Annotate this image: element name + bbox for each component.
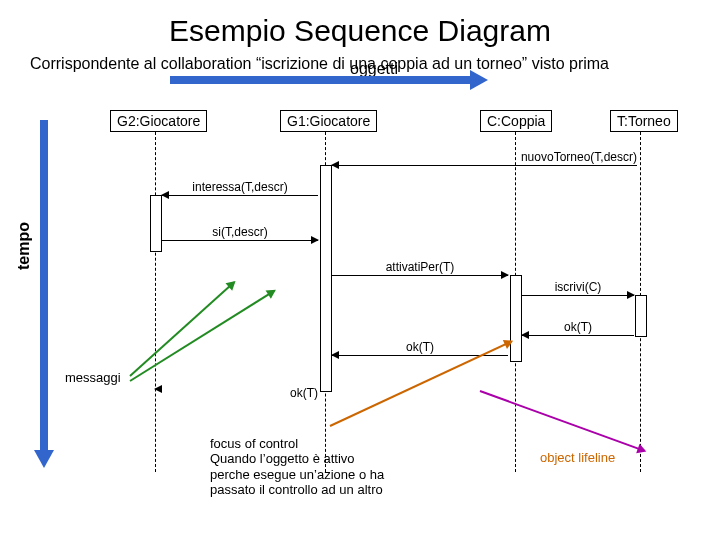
msg-ok-ct: ok(T) [522,335,634,336]
msg-label: si(T,descr) [162,225,318,239]
msg-label: nuovoTorneo(T,descr) [521,150,637,164]
activation-c [510,275,522,362]
msg-label: ok(T) [522,320,634,334]
msg-label: iscrivi(C) [522,280,634,294]
msg-interessa: interessa(T,descr) [162,195,318,196]
object-g1: G1:Giocatore [280,110,377,132]
objects-axis-arrow [170,76,470,84]
activation-g2 [150,195,162,252]
object-g1-label: G1:Giocatore [287,113,370,129]
connector-magenta-1: .conn-line[data-name="connector-magenta-… [480,390,645,452]
page-title: Esempio Sequence Diagram [20,14,700,48]
object-c-label: C:Coppia [487,113,545,129]
time-axis-arrow [40,120,48,450]
annotation-lifeline: object lifeline [540,450,615,466]
object-c: C:Coppia [480,110,552,132]
time-axis-label: tempo [15,222,33,270]
object-t: T:Torneo [610,110,678,132]
msg-attivatiPer: attivatiPer(T) [332,275,508,276]
annotation-focus-text: focus of control Quando l’oggetto è atti… [210,436,384,498]
activation-t [635,295,647,337]
msg-label: interessa(T,descr) [162,180,318,194]
msg-label: ok(T) [332,340,508,354]
object-t-label: T:Torneo [617,113,671,129]
connector-green-2: .conn-line[data-name="connector-green-2"… [129,290,274,382]
msg-si: si(T,descr) [162,240,318,241]
msg-label: ok(T) [155,386,318,400]
msg-nuovoTorneo: nuovoTorneo(T,descr) [332,165,637,166]
object-g2: G2:Giocatore [110,110,207,132]
object-g2-label: G2:Giocatore [117,113,200,129]
sequence-diagram: oggetti tempo G2:Giocatore G1:Giocatore … [20,80,700,500]
annotation-focus: focus of control Quando l’oggetto è atti… [210,420,460,498]
connector-green-1: .conn-line[data-name="connector-green-1"… [129,282,234,377]
msg-label: attivatiPer(T) [332,260,508,274]
msg-iscrivi: iscrivi(C) [522,295,634,296]
annotation-messaggi: messaggi [65,370,121,386]
lifeline-g2 [155,132,156,472]
